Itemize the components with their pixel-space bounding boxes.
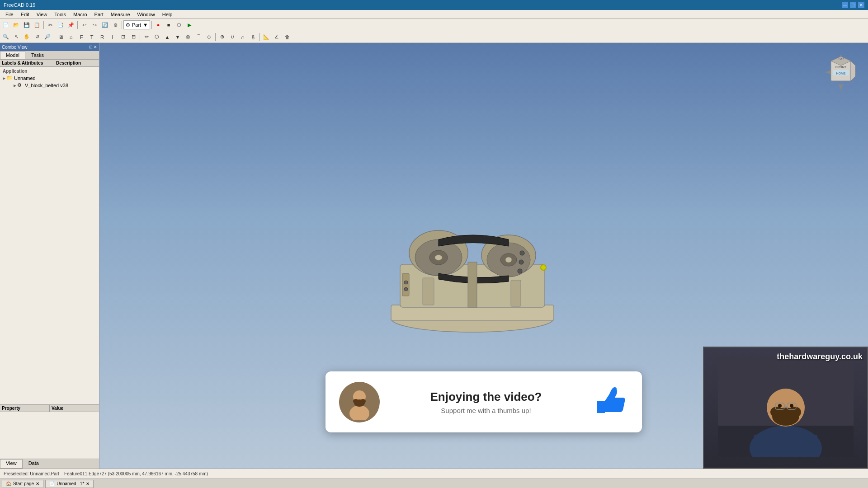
toolbars: 📄 📂 💾 📋 ✂ 📑 📌 ↩ ↪ 🔄 ⊗ ⚙ Part ▼ ● ■ ⬡ ▶ 🔍… <box>0 19 868 43</box>
maximize-button[interactable]: □ <box>850 2 856 8</box>
measure-angle-btn[interactable]: ∠ <box>272 32 282 42</box>
overlay-card: Enjoying the video? Support me with a th… <box>326 371 642 432</box>
separator-2 <box>77 21 78 29</box>
combo-float-button[interactable]: ⊡ <box>89 45 93 49</box>
menu-window[interactable]: Window <box>134 11 159 18</box>
btab-view[interactable]: View <box>0 459 23 469</box>
tree-col1-header: Labels & Attributes <box>0 60 54 66</box>
paste-button[interactable]: 📌 <box>66 20 76 30</box>
minimize-button[interactable]: — <box>842 2 848 8</box>
menu-measure[interactable]: Measure <box>107 11 134 18</box>
tree-header: Labels & Attributes Description <box>0 60 99 67</box>
cut-button[interactable]: ✂ <box>45 20 55 30</box>
toolbar-row-2: 🔍 ↖ ✋ ↺ 🔎 🖥 ⌂ F T R I ⊡ ⊟ ✏ ⬡ ▲ ▼ ◎ ⌒ ◇ … <box>0 31 868 42</box>
top-btn[interactable]: T <box>87 32 97 42</box>
pad-btn[interactable]: ▲ <box>162 32 172 42</box>
close-button[interactable]: ✕ <box>858 2 864 8</box>
menu-edit[interactable]: Edit <box>17 11 33 18</box>
fit-all-btn[interactable]: ⊡ <box>118 32 128 42</box>
redo-button[interactable]: ↪ <box>90 20 99 30</box>
svg-point-18 <box>404 281 408 284</box>
unnamed-label: Unnamed <box>14 75 36 81</box>
svg-point-15 <box>518 269 522 273</box>
iso-btn[interactable]: I <box>108 32 118 42</box>
home-label: HOME <box>836 72 846 75</box>
combo-view-title: Combo View <box>2 45 28 50</box>
tab-model[interactable]: Model <box>0 51 25 59</box>
menu-file[interactable]: File <box>2 11 17 18</box>
separator-3 <box>122 21 122 29</box>
bool-btn[interactable]: ⊕ <box>217 32 227 42</box>
record-button[interactable]: ● <box>153 20 163 30</box>
section-btn[interactable]: § <box>248 32 258 42</box>
webcam-overlay: thehardwareguy.co.uk <box>703 347 868 469</box>
tb-btn-5[interactable]: ⬡ <box>174 20 184 30</box>
measure-clear-btn[interactable]: 🗑 <box>282 32 292 42</box>
cut-btn[interactable]: ∩ <box>238 32 248 42</box>
viewport[interactable]: HOME TOP FRONT <box>99 43 868 469</box>
menu-help[interactable]: Help <box>159 11 176 18</box>
start-page-close-icon[interactable]: ✕ <box>36 481 39 486</box>
save-as-button[interactable]: 📋 <box>32 20 42 30</box>
part-icon: ⚙ <box>17 82 24 89</box>
refresh-button[interactable]: 🔄 <box>100 20 110 30</box>
toolbar-row-1: 📄 📂 💾 📋 ✂ 📑 📌 ↩ ↪ 🔄 ⊗ ⚙ Part ▼ ● ■ ⬡ ▶ <box>0 19 868 31</box>
new-button[interactable]: 📄 <box>1 20 11 30</box>
svg-point-19 <box>404 287 408 291</box>
svg-rect-12 <box>511 280 521 306</box>
view-box-btn[interactable]: 🔍 <box>1 32 11 42</box>
copy-button[interactable]: 📑 <box>56 20 66 30</box>
menu-part[interactable]: Part <box>91 11 107 18</box>
standard-views-btn[interactable]: 🖥 <box>56 32 66 42</box>
save-button[interactable]: 💾 <box>22 20 32 30</box>
sketch-btn[interactable]: ✏ <box>142 32 151 42</box>
fillet-btn[interactable]: ⌒ <box>193 32 203 42</box>
rotate-btn[interactable]: ↺ <box>32 32 42 42</box>
window-controls[interactable]: — □ ✕ <box>842 2 864 8</box>
combo-close-button[interactable]: ✕ <box>94 45 97 49</box>
front-cube-label: FRONT <box>835 66 847 69</box>
start-page-button[interactable]: 🏠 Start page ✕ <box>2 480 43 488</box>
open-button[interactable]: 📂 <box>11 20 21 30</box>
titlebar: FreeCAD 0.19 — □ ✕ <box>0 0 868 10</box>
select-btn[interactable]: ↖ <box>11 32 21 42</box>
right-btn[interactable]: R <box>97 32 107 42</box>
combo-view-controls[interactable]: ⊡ ✕ <box>89 45 97 49</box>
stop-button[interactable]: ⊗ <box>110 20 120 30</box>
rev-btn[interactable]: ◎ <box>183 32 193 42</box>
home-btn[interactable]: ⌂ <box>66 32 76 42</box>
menu-view[interactable]: View <box>33 11 51 18</box>
tree-item-vblock[interactable]: ▶ ⚙ V_block_belted v38 <box>1 82 98 89</box>
undo-button[interactable]: ↩ <box>79 20 89 30</box>
zoom-in-btn[interactable]: 🔎 <box>42 32 52 42</box>
part-btn[interactable]: ⬡ <box>152 32 162 42</box>
measure-dist-btn[interactable]: 📐 <box>261 32 271 42</box>
play-button[interactable]: ▶ <box>184 20 194 30</box>
union-btn[interactable]: ∪ <box>227 32 237 42</box>
workbench-dropdown[interactable]: ⚙ Part ▼ <box>123 20 150 29</box>
menubar: File Edit View Tools Macro Part Measure … <box>0 10 868 19</box>
property-header: Property Value <box>0 405 99 412</box>
svg-point-34 <box>790 404 793 408</box>
stop2-button[interactable]: ■ <box>164 20 174 30</box>
unnamed-close-icon[interactable]: ✕ <box>86 481 90 486</box>
front-btn[interactable]: F <box>76 32 86 42</box>
unnamed-label: Unnamed : 1* <box>57 481 84 486</box>
tree-item-unnamed[interactable]: ▶ 📁 Unnamed <box>1 75 98 82</box>
tab-tasks[interactable]: Tasks <box>25 51 50 59</box>
prop-col1-header: Property <box>0 405 50 412</box>
pan-btn[interactable]: ✋ <box>22 32 32 42</box>
svg-point-14 <box>519 260 524 264</box>
fit-sel-btn[interactable]: ⊟ <box>128 32 138 42</box>
chamfer-btn[interactable]: ◇ <box>204 32 214 42</box>
menu-macro[interactable]: Macro <box>70 11 91 18</box>
navigation-cube[interactable]: HOME TOP FRONT <box>823 52 859 88</box>
taskbar: 🏠 Start page ✕ 📄 Unnamed : 1* ✕ <box>0 479 868 488</box>
pocket-btn[interactable]: ▼ <box>173 32 183 42</box>
status-text: Preselected: Unnamed.Part__Feature011.Ed… <box>4 471 208 476</box>
start-page-icon: 🏠 <box>6 481 11 486</box>
tree-area: Application ▶ 📁 Unnamed ▶ ⚙ V_block_belt… <box>0 67 99 404</box>
unnamed-tab-button[interactable]: 📄 Unnamed : 1* ✕ <box>45 480 94 488</box>
menu-tools[interactable]: Tools <box>51 11 70 18</box>
btab-data[interactable]: Data <box>23 459 45 469</box>
